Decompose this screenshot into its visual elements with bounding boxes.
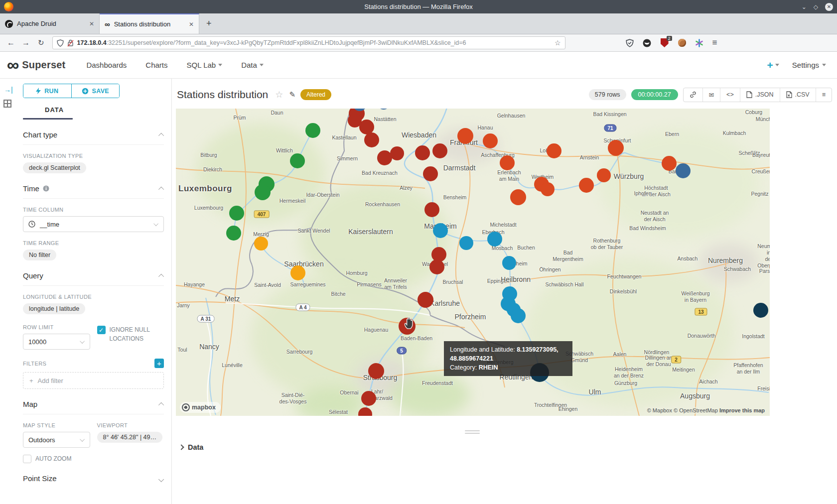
map-point[interactable]	[255, 184, 271, 200]
map-point[interactable]	[368, 363, 384, 379]
settings-menu[interactable]: Settings	[792, 61, 826, 69]
colorful-asterisk-icon[interactable]	[695, 38, 704, 47]
section-point-size-header[interactable]: Point Size	[23, 474, 164, 488]
copy-link-button[interactable]	[684, 88, 703, 102]
map-point[interactable]	[510, 189, 526, 205]
map-point[interactable]	[597, 168, 611, 182]
checkbox-checked-icon[interactable]: ✓	[97, 326, 106, 334]
viewport-value[interactable]: 8° 46' 45.28" | 49…	[97, 432, 163, 443]
email-button[interactable]: ✉	[703, 88, 720, 102]
map-point[interactable]	[432, 143, 447, 158]
reload-button[interactable]: ↻	[38, 38, 44, 47]
forward-button[interactable]: →	[22, 38, 30, 47]
add-filter-box[interactable]: + Add filter	[23, 372, 164, 389]
map-point[interactable]	[753, 303, 768, 318]
superset-logo[interactable]: ∞ Superset	[7, 58, 65, 72]
data-section-toggle[interactable]: Data	[179, 443, 203, 451]
map-point[interactable]	[254, 237, 268, 251]
map-point[interactable]	[502, 256, 516, 270]
improve-map-link[interactable]: Improve this map	[719, 407, 765, 413]
run-button[interactable]: RUN	[23, 84, 72, 98]
url-bar[interactable]: 172.18.0.4:32251/superset/explore/?form_…	[52, 36, 565, 49]
map-point[interactable]	[229, 206, 244, 221]
map-point[interactable]	[547, 143, 561, 158]
section-time-header[interactable]: Time	[23, 184, 164, 199]
map-point[interactable]	[433, 223, 448, 238]
auto-zoom-checkbox-row[interactable]: AUTO ZOOM	[23, 454, 90, 463]
map-point[interactable]	[459, 236, 473, 250]
browser-menu-icon[interactable]: ≡	[712, 38, 717, 48]
panel-drag-handle[interactable]	[465, 430, 480, 435]
chart-menu-button[interactable]: ≡	[816, 88, 832, 102]
export-csv-button[interactable]: .CSV	[780, 88, 816, 102]
map-point[interactable]	[662, 156, 677, 171]
time-column-select[interactable]: __time	[23, 216, 164, 232]
map-point[interactable]	[305, 123, 320, 138]
map-point[interactable]	[429, 259, 444, 274]
map-point[interactable]	[483, 133, 498, 148]
map-point[interactable]	[290, 265, 305, 280]
map-point[interactable]	[500, 155, 515, 170]
shield-check-icon[interactable]	[625, 38, 634, 47]
dataset-grid-icon[interactable]	[3, 100, 11, 108]
close-button[interactable]: ✕	[825, 3, 833, 11]
nav-item-data[interactable]: Data	[241, 61, 264, 69]
ignore-null-checkbox-row[interactable]: ✓ IGNORE NULL LOCATIONS	[97, 325, 164, 343]
new-tab-button[interactable]: +	[199, 13, 219, 34]
minimize-button[interactable]: ⌄	[802, 4, 807, 10]
map-style-select[interactable]: Outdoors	[23, 432, 90, 448]
mapbox-logo[interactable]: mapbox	[180, 402, 221, 413]
map-point[interactable]	[608, 140, 624, 156]
map-point[interactable]	[364, 132, 379, 147]
map-point[interactable]	[390, 146, 404, 160]
nav-item-dashboards[interactable]: Dashboards	[86, 61, 127, 69]
url-text[interactable]: 172.18.0.4:32251/superset/explore/?form_…	[77, 39, 551, 46]
browser-tab-2[interactable]: ∞Stations distribution✕	[100, 13, 199, 34]
checkbox-unchecked-icon[interactable]	[23, 455, 31, 463]
back-button[interactable]: ←	[7, 38, 15, 47]
tab-close-icon[interactable]: ✕	[189, 21, 194, 28]
nav-item-charts[interactable]: Charts	[145, 61, 167, 69]
collapse-panel-icon[interactable]: →|	[4, 86, 16, 94]
tab-close-icon[interactable]: ✕	[89, 20, 94, 27]
time-range-value[interactable]: No filter	[23, 250, 56, 260]
map-point[interactable]	[418, 292, 433, 308]
insecure-lock-icon[interactable]	[67, 39, 74, 47]
tab-data[interactable]: DATA	[45, 106, 64, 118]
map-point[interactable]	[423, 166, 438, 181]
add-new-button[interactable]: +	[767, 59, 779, 71]
add-filter-plus-button[interactable]: +	[154, 359, 164, 368]
map-point[interactable]	[541, 182, 555, 196]
edit-icon[interactable]: ✎	[289, 90, 295, 99]
map-point[interactable]	[511, 308, 526, 323]
lonlat-value[interactable]: longitude | latitude	[23, 303, 85, 314]
map-point[interactable]	[290, 153, 305, 168]
map-point[interactable]	[424, 202, 439, 217]
nav-item-sql-lab[interactable]: SQL Lab	[187, 61, 223, 69]
section-map-header[interactable]: Map	[23, 400, 164, 414]
map-canvas[interactable]: PrümDaunNastättenGelnhausenBad Kissingen…	[176, 109, 770, 416]
map-point[interactable]	[457, 128, 473, 144]
maximize-button[interactable]: ◇	[814, 4, 818, 10]
map-attribution[interactable]: © Mapbox © OpenStreetMap Improve this ma…	[645, 407, 767, 414]
map-point[interactable]	[415, 145, 430, 160]
map-point[interactable]	[487, 232, 502, 247]
map-point[interactable]	[226, 226, 241, 241]
export-json-button[interactable]: .JSON	[740, 88, 780, 102]
save-button[interactable]: SAVE	[72, 84, 120, 98]
cookie-icon[interactable]	[678, 38, 687, 47]
row-limit-select[interactable]: 10000	[23, 334, 90, 350]
viz-type-value[interactable]: deck.gl Scatterplot	[23, 162, 86, 173]
shield-icon[interactable]	[57, 39, 64, 47]
map-point[interactable]	[361, 391, 376, 406]
privacy-mask-icon[interactable]	[643, 38, 652, 47]
bookmark-star-icon[interactable]: ☆	[555, 39, 561, 47]
map-point[interactable]	[579, 178, 594, 193]
ublock-icon[interactable]: 2	[660, 38, 669, 47]
section-chart-type-header[interactable]: Chart type	[23, 130, 164, 145]
browser-tab-1[interactable]: Apache Druid✕	[0, 13, 100, 34]
embed-code-button[interactable]: <>	[720, 88, 740, 102]
favorite-star-icon[interactable]: ☆	[275, 89, 283, 100]
map-point[interactable]	[676, 163, 691, 178]
section-query-header[interactable]: Query	[23, 271, 164, 286]
